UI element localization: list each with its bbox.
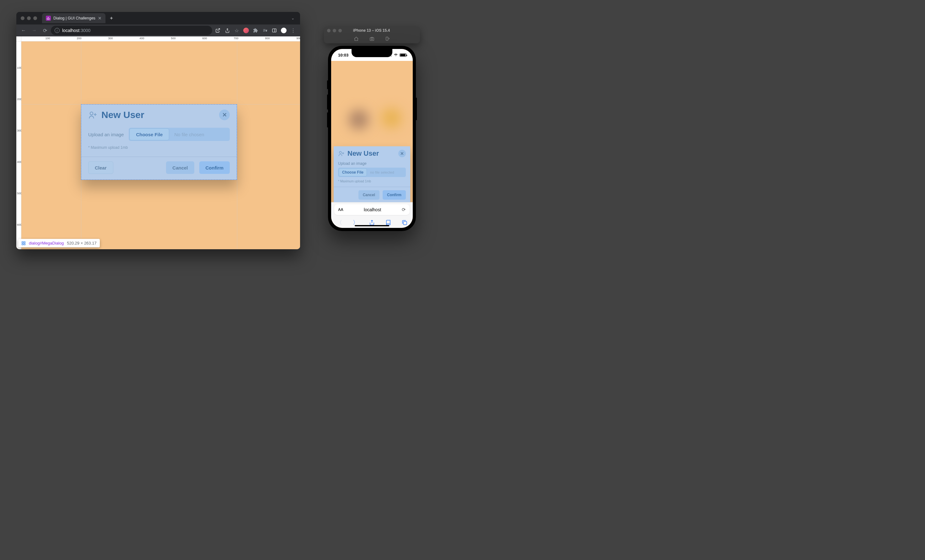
menu-icon[interactable]: ⋮ bbox=[289, 26, 298, 35]
svg-rect-10 bbox=[22, 241, 23, 242]
reload-icon[interactable]: ⟳ bbox=[402, 207, 406, 212]
share-icon[interactable] bbox=[223, 26, 232, 35]
choose-file-button[interactable]: Choose File bbox=[129, 128, 169, 140]
simulator-toolbar bbox=[324, 35, 420, 43]
page-canvas: New User ✕ Upload an image Choose File N… bbox=[21, 41, 300, 249]
minimize-window-icon[interactable] bbox=[27, 16, 31, 20]
inspector-dimensions: 520.29 × 263.17 bbox=[67, 241, 96, 245]
close-window-icon[interactable] bbox=[327, 29, 330, 32]
ruler-tick: 600 bbox=[202, 37, 207, 40]
ruler-tick: 500 bbox=[17, 192, 22, 195]
file-input[interactable]: Choose File no file selected bbox=[338, 168, 406, 177]
inspector-selector: dialog#MegaDialog bbox=[29, 241, 64, 245]
upload-row: Upload an image Choose File No file chos… bbox=[88, 128, 230, 141]
share-icon[interactable] bbox=[369, 220, 375, 225]
ruler-tick: 300 bbox=[108, 37, 113, 40]
dialog-close-button[interactable]: ✕ bbox=[219, 110, 230, 120]
address-bar[interactable]: i localhost:3000 bbox=[51, 26, 212, 35]
dialog-header: New User ✕ bbox=[334, 146, 410, 160]
reader-aa-icon[interactable]: AA bbox=[338, 208, 343, 212]
svg-rect-16 bbox=[386, 37, 388, 41]
iphone-screen: 10:03 New User ✕ bbox=[331, 49, 413, 228]
dialog-title: New User bbox=[101, 110, 145, 120]
choose-file-button[interactable]: Choose File bbox=[339, 168, 367, 176]
ruler-tick: 500 bbox=[171, 37, 175, 40]
grid-icon bbox=[21, 241, 26, 245]
safari-address-bar[interactable]: AA localhost ⟳ bbox=[334, 204, 410, 215]
bookmarks-icon[interactable] bbox=[386, 220, 391, 225]
open-external-icon[interactable] bbox=[214, 26, 222, 35]
mute-switch[interactable] bbox=[327, 80, 328, 89]
forward-button[interactable]: → bbox=[30, 26, 39, 35]
dialog-body: Upload an image Choose File no file sele… bbox=[334, 160, 410, 187]
upload-label: Upload an image bbox=[88, 132, 124, 137]
toolbar-right-icons: ☆ ⋮ bbox=[214, 26, 298, 35]
ruler-tick: 300 bbox=[17, 129, 22, 132]
svg-rect-13 bbox=[24, 244, 25, 245]
upload-hint: * Maximum upload 1mb bbox=[88, 145, 230, 150]
ruler-tick: 200 bbox=[77, 37, 81, 40]
ruler-corner bbox=[16, 36, 21, 41]
close-tab-icon[interactable]: ✕ bbox=[98, 16, 102, 20]
safari-chrome: AA localhost ⟳ 〈 〉 bbox=[331, 202, 413, 228]
extensions-icon[interactable] bbox=[251, 26, 260, 35]
file-chosen-text: no file selected bbox=[368, 168, 406, 177]
url-port: :3000 bbox=[80, 28, 90, 33]
profile-avatar-icon[interactable] bbox=[279, 26, 288, 35]
safari-host: localhost bbox=[364, 207, 381, 212]
home-icon[interactable] bbox=[354, 36, 359, 41]
ruler-tick: 900 bbox=[296, 37, 300, 40]
reload-button[interactable]: ⟳ bbox=[40, 26, 50, 35]
cancel-button[interactable]: Cancel bbox=[166, 161, 194, 174]
close-window-icon[interactable] bbox=[21, 16, 24, 20]
horizontal-ruler: 100 200 300 400 500 600 700 800 900 bbox=[16, 36, 300, 41]
screenshot-icon[interactable] bbox=[369, 36, 374, 41]
zoom-window-icon[interactable] bbox=[338, 29, 342, 32]
simulator-titlebar: iPhone 13 – iOS 15.4 bbox=[324, 26, 420, 43]
bookmark-icon[interactable]: ☆ bbox=[232, 26, 241, 35]
volume-down-button[interactable] bbox=[327, 112, 328, 128]
volume-up-button[interactable] bbox=[327, 95, 328, 110]
tabs-icon[interactable] bbox=[402, 220, 407, 225]
upload-label: Upload an image bbox=[338, 161, 406, 166]
ruler-tick: 600 bbox=[17, 223, 22, 226]
svg-point-15 bbox=[371, 39, 372, 40]
window-controls[interactable] bbox=[21, 16, 37, 20]
browser-toolbar: ← → ⟳ i localhost:3000 ☆ bbox=[16, 24, 300, 36]
blurred-avatar-1 bbox=[349, 110, 369, 129]
element-inspector-chip: dialog#MegaDialog 520.29 × 263.17 bbox=[18, 239, 100, 247]
sim-window-controls[interactable] bbox=[327, 29, 342, 32]
ruler-tick: 200 bbox=[17, 98, 22, 101]
tab-overflow-icon[interactable]: ⌄ bbox=[288, 14, 298, 22]
confirm-button[interactable]: Confirm bbox=[383, 190, 406, 200]
mobile-dialog: New User ✕ Upload an image Choose File n… bbox=[334, 146, 410, 204]
dialog-footer: Cancel Confirm bbox=[334, 187, 410, 203]
upload-hint: * Maximum upload 1mb bbox=[338, 179, 406, 183]
site-info-icon[interactable]: i bbox=[54, 28, 60, 33]
back-button[interactable]: ← bbox=[19, 26, 28, 35]
tab-title: Dialog | GUI Challenges bbox=[53, 16, 95, 20]
svg-point-21 bbox=[339, 151, 342, 154]
back-button[interactable]: 〈 bbox=[336, 219, 342, 226]
confirm-button[interactable]: Confirm bbox=[199, 161, 230, 174]
file-input[interactable]: Choose File No file chosen bbox=[129, 128, 230, 141]
side-panel-icon[interactable] bbox=[270, 26, 279, 35]
clear-button[interactable]: Clear bbox=[88, 161, 113, 174]
dialog-close-button[interactable]: ✕ bbox=[398, 150, 406, 157]
minimize-window-icon[interactable] bbox=[333, 29, 336, 32]
status-time: 10:03 bbox=[338, 53, 348, 57]
home-indicator[interactable] bbox=[355, 225, 389, 226]
rotate-icon[interactable] bbox=[385, 36, 390, 41]
ruler-tick: 100 bbox=[45, 37, 50, 40]
media-icon[interactable] bbox=[261, 26, 269, 35]
zoom-window-icon[interactable] bbox=[33, 16, 37, 20]
blurred-avatar-2 bbox=[381, 108, 401, 128]
ruler-tick: 400 bbox=[17, 160, 22, 164]
compass-ext-icon[interactable] bbox=[242, 26, 250, 35]
dialog-footer: Clear Cancel Confirm bbox=[81, 157, 237, 179]
power-button[interactable] bbox=[416, 98, 417, 120]
new-tab-button[interactable]: + bbox=[110, 15, 113, 21]
browser-tab[interactable]: 🕹 Dialog | GUI Challenges ✕ bbox=[42, 13, 105, 23]
dialog-header: New User ✕ bbox=[81, 104, 237, 125]
cancel-button[interactable]: Cancel bbox=[359, 190, 380, 200]
